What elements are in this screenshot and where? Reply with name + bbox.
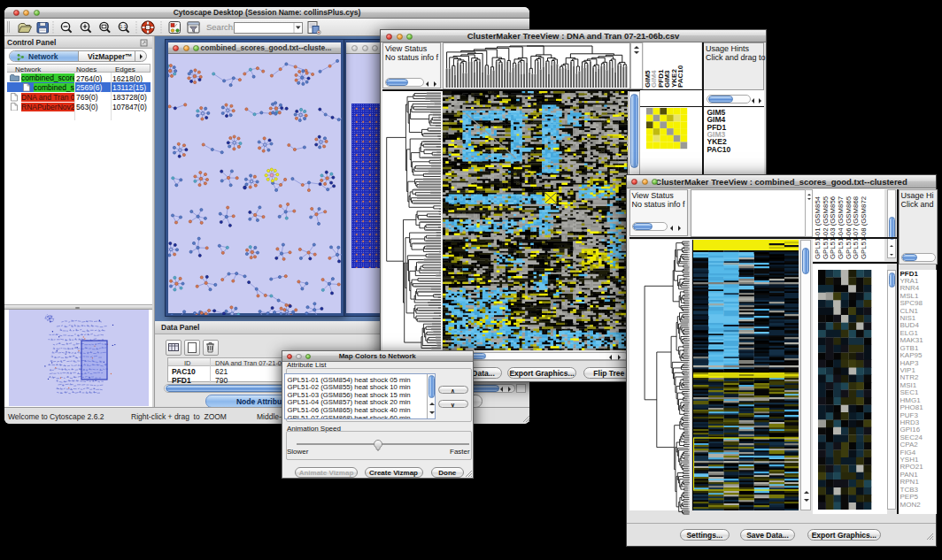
svg-text:Search:: Search: [206,22,236,32]
svg-text:1:1: 1:1 [120,24,127,29]
svg-text:PAC10: PAC10 [676,65,684,88]
svg-text:GPL51-08 (GSM872: GPL51-08 (GSM872 [860,196,868,259]
